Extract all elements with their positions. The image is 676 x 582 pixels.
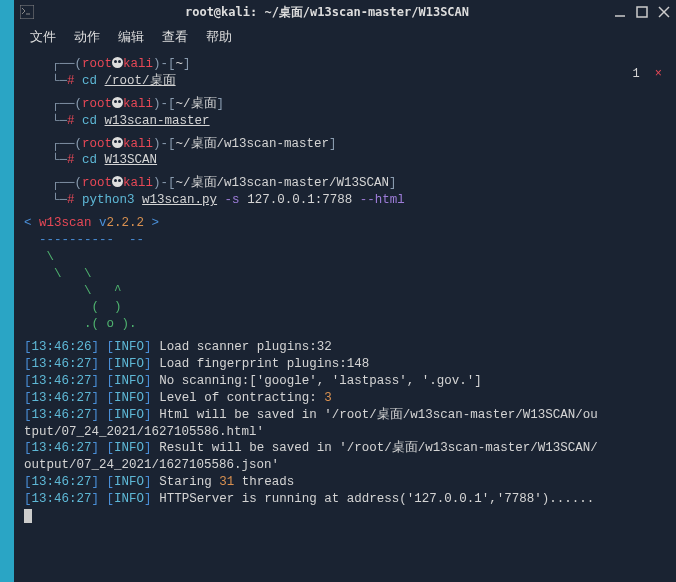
cursor-line xyxy=(24,508,666,525)
banner-art: \ xyxy=(24,249,666,266)
banner-art: .( o ). xyxy=(24,316,666,333)
banner-art: ( ) xyxy=(24,299,666,316)
log-line: [13:46:27] [INFO] Html will be saved in … xyxy=(24,407,666,424)
prompt-line: ┌──(rootkali)-[~] xyxy=(24,56,666,73)
log-line: [13:46:27] [INFO] Load fingerprint plugi… xyxy=(24,356,666,373)
prompt-line: ┌──(rootkali)-[~/桌面/w13scan-master] xyxy=(24,136,666,153)
svg-rect-0 xyxy=(20,5,34,19)
menu-help[interactable]: 帮助 xyxy=(206,28,232,46)
menu-actions[interactable]: 动作 xyxy=(74,28,100,46)
command-line: └─# cd /root/桌面 xyxy=(24,73,666,90)
prompt-line: ┌──(rootkali)-[~/桌面/w13scan-master/W13SC… xyxy=(24,175,666,192)
log-line: [13:46:27] [INFO] Level of contracting: … xyxy=(24,390,666,407)
command-line: └─# cd W13SCAN xyxy=(24,152,666,169)
skull-icon xyxy=(112,176,123,187)
log-line-continuation: output/07_24_2021/1627105586.json' xyxy=(24,457,666,474)
cursor-icon xyxy=(24,509,32,523)
log-line: [13:46:27] [INFO] No scanning:['google',… xyxy=(24,373,666,390)
menu-file[interactable]: 文件 xyxy=(30,28,56,46)
maximize-icon[interactable] xyxy=(636,6,648,18)
terminal-body[interactable]: 1 × ┌──(rootkali)-[~] └─# cd /root/桌面 ┌─… xyxy=(14,50,676,582)
window-controls xyxy=(614,6,670,18)
terminal-icon xyxy=(20,5,34,19)
close-icon[interactable] xyxy=(658,6,670,18)
log-line: [13:46:27] [INFO] Result will be saved i… xyxy=(24,440,666,457)
window-title: root@kali: ~/桌面/w13scan-master/W13SCAN xyxy=(40,4,614,21)
prompt-line: ┌──(rootkali)-[~/桌面] xyxy=(24,96,666,113)
log-line-continuation: tput/07_24_2021/1627105586.html' xyxy=(24,424,666,441)
command-line: └─# cd w13scan-master xyxy=(24,113,666,130)
banner-output: < w13scan v2.2.2 > xyxy=(24,215,666,232)
log-line: [13:46:27] [INFO] Staring 31 threads xyxy=(24,474,666,491)
skull-icon xyxy=(112,97,123,108)
menu-view[interactable]: 查看 xyxy=(162,28,188,46)
log-line: [13:46:27] [INFO] HTTPServer is running … xyxy=(24,491,666,508)
titlebar: root@kali: ~/桌面/w13scan-master/W13SCAN xyxy=(14,0,676,24)
minimize-icon[interactable] xyxy=(614,6,626,18)
skull-icon xyxy=(112,137,123,148)
log-line: [13:46:26] [INFO] Load scanner plugins:3… xyxy=(24,339,666,356)
svg-rect-3 xyxy=(637,7,647,17)
menubar: 文件 动作 编辑 查看 帮助 xyxy=(14,24,676,50)
banner-art: \ \ xyxy=(24,266,666,283)
menu-edit[interactable]: 编辑 xyxy=(118,28,144,46)
command-line: └─# python3 w13scan.py -s 127.0.0.1:7788… xyxy=(24,192,666,209)
terminal-window: root@kali: ~/桌面/w13scan-master/W13SCAN 文… xyxy=(14,0,676,582)
skull-icon xyxy=(112,57,123,68)
banner-output: ---------- -- xyxy=(24,232,666,249)
banner-art: \ ^ xyxy=(24,283,666,300)
